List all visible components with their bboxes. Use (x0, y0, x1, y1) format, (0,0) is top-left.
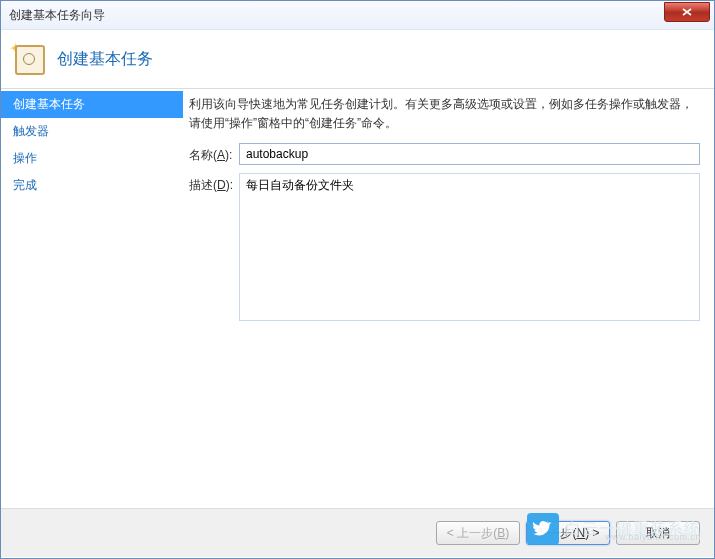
sidebar-item-trigger[interactable]: 触发器 (1, 118, 183, 145)
window-title: 创建基本任务向导 (9, 7, 105, 24)
watermark-url: www.baiyunxr.com.cn (605, 532, 701, 542)
watermark: 白云一键重装系统 www.baiyunxr.com.cn (527, 513, 701, 545)
content-area: 创建基本任务 触发器 操作 完成 利用该向导快速地为常见任务创建计划。有关更多高… (1, 89, 714, 509)
back-button: < 上一步(B) (436, 521, 520, 545)
header-title: 创建基本任务 (57, 49, 153, 70)
sidebar-item-action[interactable]: 操作 (1, 145, 183, 172)
name-label: 名称(A): (189, 143, 239, 164)
header-panel: ✦ 创建基本任务 (1, 30, 714, 89)
description-row: 描述(D): (189, 173, 700, 321)
sidebar-item-create-basic-task[interactable]: 创建基本任务 (1, 91, 183, 118)
description-label: 描述(D): (189, 173, 239, 194)
name-row: 名称(A): (189, 143, 700, 165)
close-icon (682, 8, 692, 16)
sidebar-item-finish[interactable]: 完成 (1, 172, 183, 199)
close-button[interactable] (664, 2, 710, 22)
description-input[interactable] (239, 173, 700, 321)
instruction-text: 利用该向导快速地为常见任务创建计划。有关更多高级选项或设置，例如多任务操作或触发… (189, 95, 700, 133)
main-panel: 利用该向导快速地为常见任务创建计划。有关更多高级选项或设置，例如多任务操作或触发… (183, 89, 714, 508)
name-input[interactable] (239, 143, 700, 165)
titlebar: 创建基本任务向导 (1, 1, 714, 30)
wizard-window: 创建基本任务向导 ✦ 创建基本任务 创建基本任务 触发器 操作 完成 利用该向导… (0, 0, 715, 559)
wizard-icon: ✦ (13, 43, 45, 75)
sidebar: 创建基本任务 触发器 操作 完成 (1, 89, 183, 508)
watermark-bird-icon (527, 513, 559, 545)
